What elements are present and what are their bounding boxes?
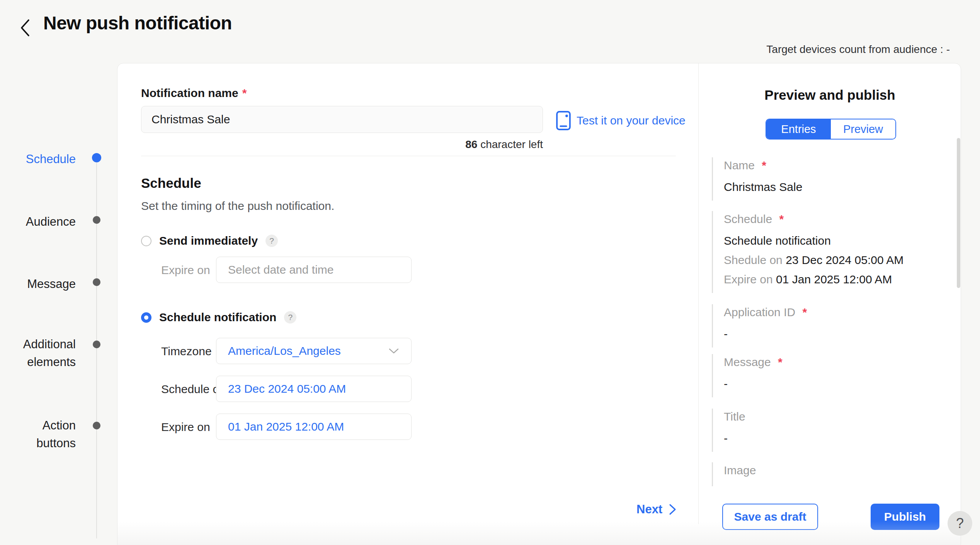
notification-name-label: Notification name* [141,87,247,100]
preview-field-application-id: Application ID *- [712,304,944,347]
preview-field-name: Name *Christmas Sale [712,157,944,201]
schedule-notification-radio[interactable] [141,312,151,323]
timezone-value: America/Los_Angeles [228,344,341,358]
chevron-down-icon [388,347,400,355]
stepper-item-schedule[interactable]: Schedule [0,150,76,168]
chevron-left-icon [18,17,33,39]
next-button[interactable]: Next [636,502,677,516]
required-asterisk: * [775,356,783,368]
stepper-item-audience[interactable]: Audience [0,213,76,231]
preview-field-title: Title- [712,409,944,452]
footer-gradient [117,521,961,545]
preview-field-label: Message * [724,356,944,369]
schedule-notification-label: Schedule notification [159,311,276,324]
panel-scrollbar-thumb[interactable] [957,138,960,288]
preview-field-value: - [724,324,944,344]
tab-preview[interactable]: Preview [831,119,895,139]
schedule-on-datepicker[interactable]: 23 Dec 2024 05:00 AM [216,376,412,402]
back-button[interactable] [18,17,33,39]
expire-on-label: Expire on [161,421,210,434]
stepper-item-message[interactable]: Message [0,275,76,293]
send-immediately-radio[interactable] [141,236,151,246]
preview-field-label: Image [724,464,944,477]
preview-panel-title: Preview and publish [699,87,961,103]
schedule-on-value: 23 Dec 2024 05:00 AM [228,382,346,395]
preview-field-label: Schedule * [724,213,944,226]
send-immediately-option: Send immediately ? [141,234,278,247]
stepper-dot-action-buttons [93,422,100,429]
stepper-dot-additional-elements [93,341,100,348]
stepper-item-action-buttons[interactable]: Action buttons [0,417,76,452]
test-on-device-label: Test it on your device [577,114,686,127]
schedule-section-description: Set the timing of the push notification. [141,199,334,213]
required-asterisk: * [799,306,807,318]
mobile-device-icon [556,111,571,131]
stepper-item-additional-elements[interactable]: Additional elements [0,336,76,371]
save-as-draft-button[interactable]: Save as draft [722,504,818,530]
expire-date-picker-disabled[interactable]: Select date and time [216,257,412,283]
notification-name-input[interactable] [141,106,543,133]
send-immediately-label: Send immediately [159,234,258,247]
chevron-right-icon [668,503,677,516]
timezone-label: Timezone [161,345,212,358]
preview-field-value: Expire on 01 Jan 2025 12:00 AM [724,270,944,289]
preview-field-value: Shedule on 23 Dec 2024 05:00 AM [724,250,944,270]
preview-field-label: Title [724,410,944,423]
stepper-dot-message [93,278,100,286]
notification-form-card: Notification name* Test it on your devic… [117,63,961,545]
preview-field-value: Schedule notification [724,231,944,250]
required-asterisk: * [776,213,784,225]
publish-button[interactable]: Publish [871,504,939,530]
expire-date-placeholder: Select date and time [228,263,334,276]
timezone-select[interactable]: America/Los_Angeles [216,338,412,364]
required-asterisk: * [242,87,247,99]
expire-on-disabled-label: Expire on [161,264,210,277]
preview-field-value: - [724,374,944,393]
tab-entries[interactable]: Entries [766,119,831,139]
expire-on-value: 01 Jan 2025 12:00 AM [228,420,344,433]
schedule-notification-help-icon[interactable]: ? [284,311,296,324]
expire-on-datepicker[interactable]: 01 Jan 2025 12:00 AM [216,414,412,440]
new-push-notification-page: New push notification Target devices cou… [0,0,980,545]
character-count: 86 character left [141,138,543,151]
preview-field-value: - [724,429,944,448]
required-asterisk: * [759,159,766,172]
stepper-dot-audience [93,216,100,224]
preview-and-publish-panel: Preview and publish EntriesPreview Name … [698,63,961,524]
preview-field-label: Application ID * [724,306,944,319]
preview-field-image: Image [712,462,944,486]
preview-field-schedule: Schedule *Schedule notificationShedule o… [712,211,944,293]
preview-field-message: Message *- [712,354,944,397]
entries-preview-toggle: EntriesPreview [766,119,896,140]
help-button[interactable]: ? [948,511,972,536]
stepper-dot-schedule [92,153,101,162]
send-immediately-help-icon[interactable]: ? [265,235,278,247]
next-label: Next [636,502,662,516]
test-on-device-link[interactable]: Test it on your device [556,111,686,131]
section-divider [141,156,676,156]
preview-field-label: Name * [724,159,944,172]
target-devices-count: Target devices count from audience : - [766,43,950,56]
schedule-section-title: Schedule [141,175,201,191]
schedule-notification-option: Schedule notification ? [141,311,296,324]
preview-field-value: Christmas Sale [724,177,944,197]
page-title: New push notification [43,12,232,34]
